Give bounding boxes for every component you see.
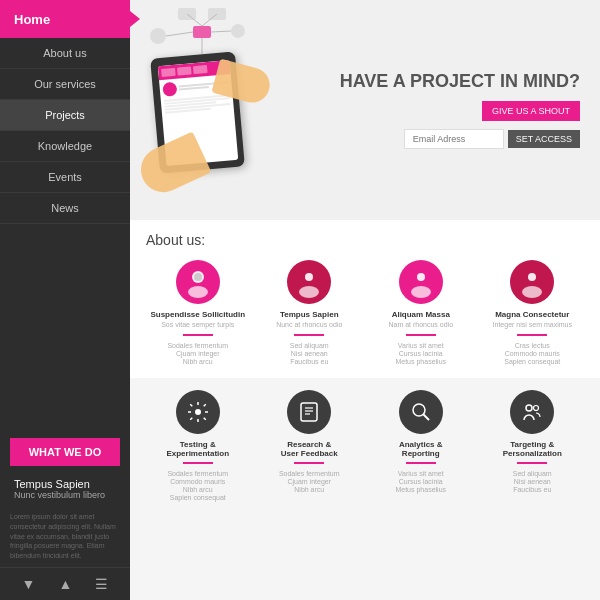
team-sub-3: Integer nisi sem maximus bbox=[481, 321, 585, 328]
service-item-3-0: Sed aliquam bbox=[481, 470, 585, 477]
services-grid: Testing &Experimentation Sodales ferment… bbox=[146, 390, 584, 502]
team-item-3-0: Cras lectus bbox=[481, 342, 585, 349]
team-card-3: Magna Consectetur Integer nisi sem maxim… bbox=[481, 260, 585, 366]
avatar-2 bbox=[399, 260, 443, 304]
svg-point-26 bbox=[526, 405, 532, 411]
hero-text: HAVE A PROJECT IN MIND? GIVE US A SHOUT … bbox=[340, 71, 580, 149]
team-item-3-1: Commodo mauris bbox=[481, 350, 585, 357]
service-name-1: Research &User Feedback bbox=[258, 440, 362, 458]
team-divider-1 bbox=[294, 334, 324, 336]
team-card-1: Tempus Sapien Nunc at rhoncus odio Sed a… bbox=[258, 260, 362, 366]
main-content: ♥ 🔍 ✉ bbox=[130, 0, 600, 600]
team-card-2: Aliquam Massa Nam at rhoncus odio Varius… bbox=[369, 260, 473, 366]
service-item-3-2: Faucibus eu bbox=[481, 486, 585, 493]
hero-title: HAVE A PROJECT IN MIND? bbox=[340, 71, 580, 92]
service-divider-2 bbox=[406, 462, 436, 464]
nav-down-icon[interactable]: ▼ bbox=[22, 576, 36, 592]
nav-menu-icon[interactable]: ☰ bbox=[95, 576, 108, 592]
sidebar-item-knowledge[interactable]: Knowledge bbox=[0, 131, 130, 162]
service-item-0-2: Nibh arcu bbox=[146, 486, 250, 493]
team-item-3-2: Sapien consequat bbox=[481, 358, 585, 365]
svg-point-13 bbox=[305, 273, 313, 281]
sidebar-nav-bottom: ▼ ▲ ☰ bbox=[0, 567, 130, 600]
hero-section: HAVE A PROJECT IN MIND? GIVE US A SHOUT … bbox=[130, 0, 600, 220]
service-item-0-1: Commodo mauris bbox=[146, 478, 250, 485]
sidebar-item-services[interactable]: Our services bbox=[0, 69, 130, 100]
sidebar-item-news[interactable]: News bbox=[0, 193, 130, 224]
team-item-0-2: Nibh arcu bbox=[146, 358, 250, 365]
svg-point-4 bbox=[231, 24, 245, 38]
team-divider-2 bbox=[406, 334, 436, 336]
service-item-1-1: Cjuam integer bbox=[258, 478, 362, 485]
team-divider-0 bbox=[183, 334, 213, 336]
profile-sub: Nunc vestibulum libero bbox=[14, 490, 116, 500]
sidebar-home-label: Home bbox=[14, 12, 50, 27]
team-sub-2: Nam at rhoncus odio bbox=[369, 321, 473, 328]
svg-point-3 bbox=[150, 28, 166, 44]
sidebar-home[interactable]: Home bbox=[0, 0, 130, 38]
svg-point-14 bbox=[299, 286, 319, 298]
service-icon-0 bbox=[176, 390, 220, 434]
team-divider-3 bbox=[517, 334, 547, 336]
service-name-0: Testing &Experimentation bbox=[146, 440, 250, 458]
nav-up-icon[interactable]: ▲ bbox=[59, 576, 73, 592]
service-item-2-1: Cursus lacinia bbox=[369, 478, 473, 485]
service-divider-0 bbox=[183, 462, 213, 464]
sidebar-profile: Tempus Sapien Nunc vestibulum libero bbox=[0, 472, 130, 506]
what-we-do-label[interactable]: WHAT WE DO bbox=[10, 438, 120, 466]
about-section: About us: Suspendisse Sollicitudin Sos v… bbox=[130, 220, 600, 378]
sidebar-item-about[interactable]: About us bbox=[0, 38, 130, 69]
team-name-1: Tempus Sapien bbox=[258, 310, 362, 319]
team-item-0-0: Sodales fermentum bbox=[146, 342, 250, 349]
svg-point-15 bbox=[417, 273, 425, 281]
avatar-0 bbox=[176, 260, 220, 304]
svg-point-17 bbox=[528, 273, 536, 281]
service-card-3: Targeting &Personalization Sed aliquam N… bbox=[481, 390, 585, 502]
sidebar-lorem-text: Lorem ipsum dolor sit amet consectetur a… bbox=[0, 506, 130, 567]
access-button[interactable]: SET ACCESS bbox=[508, 130, 580, 148]
services-section: Testing &Experimentation Sodales ferment… bbox=[130, 378, 600, 514]
svg-point-12 bbox=[194, 273, 202, 281]
service-name-2: Analytics &Reporting bbox=[369, 440, 473, 458]
team-item-1-1: Nisi aenean bbox=[258, 350, 362, 357]
service-divider-3 bbox=[517, 462, 547, 464]
team-name-2: Aliquam Massa bbox=[369, 310, 473, 319]
service-divider-1 bbox=[294, 462, 324, 464]
sidebar-item-events[interactable]: Events bbox=[0, 162, 130, 193]
service-name-3: Targeting &Personalization bbox=[481, 440, 585, 458]
service-card-0: Testing &Experimentation Sodales ferment… bbox=[146, 390, 250, 502]
sidebar-bottom: WHAT WE DO Tempus Sapien Nunc vestibulum… bbox=[0, 438, 130, 600]
sidebar-item-projects[interactable]: Projects bbox=[0, 100, 130, 131]
team-item-1-0: Sed aliquam bbox=[258, 342, 362, 349]
avatar-3 bbox=[510, 260, 554, 304]
svg-point-24 bbox=[413, 404, 425, 416]
team-item-2-1: Cursus lacinia bbox=[369, 350, 473, 357]
service-card-1: Research &User Feedback Sodales fermentu… bbox=[258, 390, 362, 502]
service-item-3-1: Nisi aenean bbox=[481, 478, 585, 485]
hero-cta-button[interactable]: GIVE US A SHOUT bbox=[482, 101, 580, 121]
service-card-2: Analytics &Reporting Varius sit amet Cur… bbox=[369, 390, 473, 502]
sidebar: Home About us Our services Projects Know… bbox=[0, 0, 130, 600]
tablet-device bbox=[155, 55, 240, 170]
service-icon-2 bbox=[399, 390, 443, 434]
service-item-1-2: Nibh arcu bbox=[258, 486, 362, 493]
team-name-0: Suspendisse Sollicitudin bbox=[146, 310, 250, 319]
svg-point-16 bbox=[411, 286, 431, 298]
avatar-1 bbox=[287, 260, 331, 304]
team-grid: Suspendisse Sollicitudin Sos vitae sempe… bbox=[146, 260, 584, 366]
svg-rect-2 bbox=[193, 26, 211, 38]
service-item-1-0: Sodales fermentum bbox=[258, 470, 362, 477]
team-name-3: Magna Consectetur bbox=[481, 310, 585, 319]
email-input[interactable] bbox=[404, 129, 504, 149]
service-item-2-2: Metus phaselius bbox=[369, 486, 473, 493]
team-sub-1: Nunc at rhoncus odio bbox=[258, 321, 362, 328]
svg-point-27 bbox=[534, 406, 539, 411]
profile-name: Tempus Sapien bbox=[14, 478, 116, 490]
sidebar-nav: About us Our services Projects Knowledge… bbox=[0, 38, 130, 224]
service-icon-1 bbox=[287, 390, 331, 434]
svg-line-25 bbox=[423, 415, 429, 421]
service-icon-3 bbox=[510, 390, 554, 434]
svg-point-11 bbox=[188, 286, 208, 298]
service-item-0-0: Sodales fermentum bbox=[146, 470, 250, 477]
team-card-0: Suspendisse Sollicitudin Sos vitae sempe… bbox=[146, 260, 250, 366]
